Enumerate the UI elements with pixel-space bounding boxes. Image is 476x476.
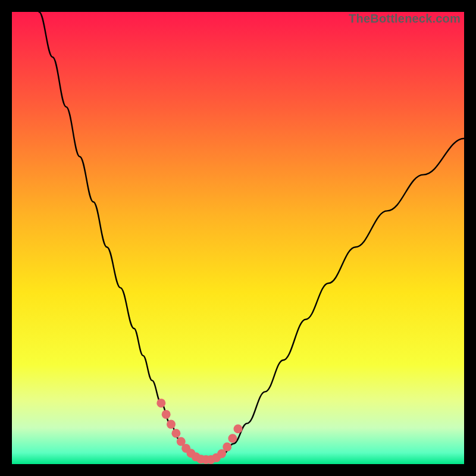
marker-dot [228,434,237,443]
marker-dot [223,443,231,452]
watermark-text: TheBottleneck.com [349,12,461,26]
marker-dot [156,399,165,408]
gradient-background [12,12,464,464]
marker-dot [234,424,243,433]
marker-dot [162,410,171,419]
marker-dot [171,429,180,438]
bottleneck-chart [12,12,464,464]
marker-dot [167,420,176,429]
chart-frame: TheBottleneck.com [12,12,464,464]
